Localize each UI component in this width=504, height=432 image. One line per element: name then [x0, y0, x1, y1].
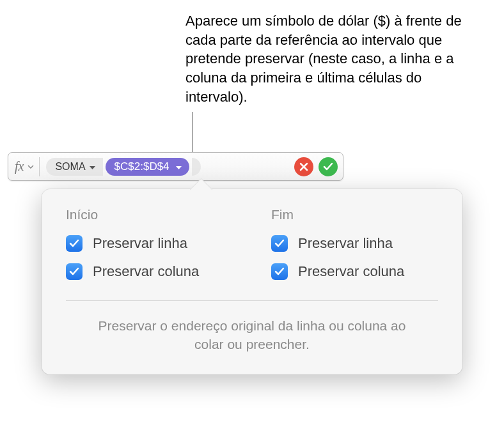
start-header: Início	[66, 207, 233, 222]
checkbox-checked[interactable]	[271, 235, 288, 252]
cancel-button[interactable]	[294, 157, 313, 176]
checkbox-label: Preservar linha	[93, 235, 187, 252]
start-preserve-column-option[interactable]: Preservar coluna	[66, 263, 233, 280]
checkbox-label: Preservar coluna	[298, 263, 404, 280]
start-preserve-row-option[interactable]: Preservar linha	[66, 235, 233, 252]
chevron-down-icon	[176, 166, 182, 170]
checkmark-icon	[69, 267, 79, 276]
fx-menu[interactable]: fx	[12, 157, 40, 176]
end-preserve-row-option[interactable]: Preservar linha	[271, 235, 438, 252]
end-preserve-column-option[interactable]: Preservar coluna	[271, 263, 438, 280]
annotation-text: Aparece um símbolo de dólar ($) à frente…	[185, 13, 462, 105]
preserve-reference-popover: Início Preservar linha Preservar coluna	[42, 189, 462, 374]
confirm-button[interactable]	[319, 157, 338, 176]
checkmark-icon	[323, 162, 333, 171]
formula-content[interactable]: SOMA $C$2:$D$4	[40, 158, 294, 176]
function-token[interactable]: SOMA	[46, 158, 102, 176]
checkbox-checked[interactable]	[66, 263, 83, 280]
chevron-down-icon	[90, 166, 95, 170]
checkbox-checked[interactable]	[271, 263, 288, 280]
checkbox-checked[interactable]	[66, 235, 83, 252]
annotation-leader-line	[192, 112, 193, 153]
checkmark-icon	[274, 267, 285, 276]
function-close-cap	[192, 158, 201, 176]
start-column: Início Preservar linha Preservar coluna	[66, 207, 233, 291]
function-name: SOMA	[55, 161, 85, 173]
divider	[66, 300, 438, 301]
annotation-callout: Aparece um símbolo de dólar ($) à frente…	[185, 12, 486, 106]
checkmark-icon	[274, 239, 285, 248]
range-reference-text: $C$2:$D$4	[114, 160, 169, 173]
fx-label: fx	[15, 159, 24, 174]
formula-editor-bar: fx SOMA $C$2:$D$4	[8, 152, 343, 181]
end-header: Fim	[271, 207, 438, 222]
checkbox-label: Preservar linha	[298, 235, 393, 252]
end-column: Fim Preservar linha Preservar coluna	[271, 207, 438, 291]
popover-description: Preservar o endereço original da linha o…	[66, 316, 438, 354]
chevron-down-icon	[28, 165, 34, 169]
checkbox-label: Preservar coluna	[93, 263, 199, 280]
range-reference-token[interactable]: $C$2:$D$4	[106, 158, 189, 176]
formula-actions	[294, 157, 339, 176]
close-icon	[299, 162, 308, 171]
checkmark-icon	[69, 239, 79, 248]
